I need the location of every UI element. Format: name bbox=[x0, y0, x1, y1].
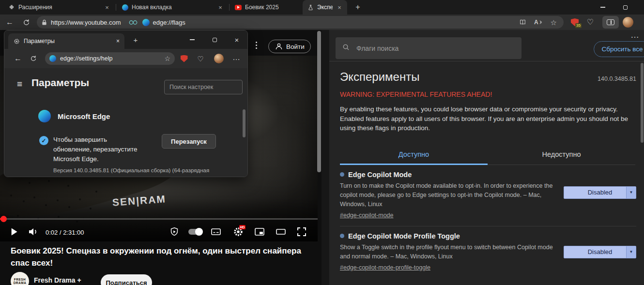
flags-tabs: Доступно Недоступно bbox=[340, 145, 635, 165]
flag-value-select[interactable]: Disabled ▼ bbox=[564, 186, 636, 199]
split-link-icon bbox=[129, 20, 138, 25]
back-button[interactable]: ← bbox=[3, 15, 16, 29]
person-icon bbox=[275, 42, 283, 51]
theater-mode-button[interactable] bbox=[274, 224, 288, 240]
immersive-reader-icon[interactable] bbox=[519, 19, 526, 26]
close-icon[interactable]: × bbox=[336, 4, 343, 11]
product-name: Microsoft Edge bbox=[58, 112, 110, 120]
profile-avatar[interactable] bbox=[213, 53, 225, 64]
url-secondary: edge://flags bbox=[153, 19, 185, 26]
tab-available[interactable]: Доступно bbox=[340, 145, 488, 165]
scrollbar-thumb[interactable] bbox=[243, 109, 245, 137]
read-aloud-icon[interactable]: A bbox=[534, 19, 543, 26]
edge-logo bbox=[38, 110, 51, 122]
shield-icon bbox=[181, 55, 188, 62]
maximize-button[interactable] bbox=[614, 0, 636, 15]
favorite-star-icon[interactable]: ☆ bbox=[551, 19, 557, 26]
ublock-icon[interactable] bbox=[178, 53, 190, 64]
progress-scrubber[interactable] bbox=[0, 216, 7, 222]
sponsorblock-shield-icon[interactable] bbox=[168, 224, 181, 240]
flag-value-select[interactable]: Disabled ▼ bbox=[564, 246, 636, 258]
minimize-button[interactable] bbox=[592, 0, 614, 15]
flag-value: Disabled bbox=[588, 189, 613, 196]
settings-gear-button[interactable]: HD bbox=[231, 224, 245, 240]
scrollbar-thumb[interactable] bbox=[641, 63, 644, 143]
subtitles-button[interactable] bbox=[209, 224, 223, 240]
youtube-icon bbox=[235, 4, 242, 11]
close-window-button[interactable]: × bbox=[636, 0, 644, 15]
refresh-button[interactable] bbox=[27, 52, 40, 65]
flags-search-box[interactable] bbox=[336, 37, 521, 59]
miniplayer-button[interactable] bbox=[253, 224, 266, 240]
progress-bar[interactable] bbox=[0, 218, 318, 220]
flag-description: Show a Toggle switch in the profile flyo… bbox=[340, 243, 563, 261]
channel-avatar[interactable]: FRESH DRAMA bbox=[11, 272, 29, 285]
more-options-icon[interactable] bbox=[256, 42, 257, 49]
tab-flags[interactable]: Экспериме × bbox=[303, 0, 347, 15]
settings-titlebar[interactable]: Параметры × + × bbox=[4, 30, 247, 49]
browser-essentials-icon[interactable]: ♡ bbox=[584, 16, 597, 28]
new-tab-button[interactable]: + bbox=[352, 2, 364, 13]
minimize-button[interactable] bbox=[181, 30, 203, 49]
split-view-divider[interactable] bbox=[322, 30, 329, 285]
address-bar[interactable]: https://www.youtube.com edge://flags A ☆ bbox=[37, 16, 564, 29]
chevron-down-icon: ▼ bbox=[626, 187, 636, 198]
url-primary: https://www.youtube.com bbox=[51, 19, 121, 26]
edge-icon bbox=[122, 4, 128, 11]
play-button[interactable] bbox=[7, 224, 20, 240]
tab-youtube[interactable]: Боевик 2025 bbox=[230, 0, 302, 15]
profile-avatar[interactable] bbox=[622, 16, 634, 28]
sign-in-label: Войти bbox=[286, 43, 305, 50]
browser-window: Расширения × Новая вкладка × Боевик 2025… bbox=[0, 0, 644, 285]
refresh-button[interactable] bbox=[19, 15, 33, 29]
pane-options-icon[interactable]: … bbox=[630, 30, 640, 40]
tab-label: Новая вкладка bbox=[132, 4, 214, 11]
tab-settings[interactable]: Параметры × bbox=[8, 33, 124, 49]
close-icon: × bbox=[235, 36, 239, 44]
warning-text: WARNING: EXPERIMENTAL FEATURES AHEAD! bbox=[340, 90, 636, 98]
version-line: Версия 140.0.3485.81 (Официальная сборка… bbox=[53, 167, 245, 173]
restart-button[interactable]: Перезапуск bbox=[162, 134, 216, 149]
favorite-star-icon[interactable]: ☆ bbox=[164, 55, 170, 62]
settings-window: Параметры × + × ← edge://settings/help ☆… bbox=[4, 30, 248, 177]
browser-essentials-icon[interactable]: ♡ bbox=[194, 53, 207, 64]
subscribe-button[interactable]: Подписаться bbox=[101, 274, 152, 285]
close-window-button[interactable]: × bbox=[226, 30, 248, 49]
flask-icon bbox=[307, 4, 314, 11]
reset-all-button[interactable]: Сбросить все bbox=[594, 41, 644, 57]
browser-toolbar: ← https://www.youtube.com edge://flags A… bbox=[0, 15, 644, 30]
close-icon[interactable]: × bbox=[217, 4, 224, 11]
address-bar[interactable]: edge://settings/help ☆ bbox=[45, 52, 175, 65]
volume-button[interactable] bbox=[26, 224, 40, 240]
flags-search-input[interactable] bbox=[355, 44, 515, 53]
scrollbar-thumb[interactable] bbox=[317, 31, 321, 172]
tab-extensions[interactable]: Расширения × bbox=[4, 0, 115, 15]
flag-anchor-link[interactable]: #edge-copilot-mode-profile-toggle bbox=[340, 264, 430, 271]
update-check-icon: ✓ bbox=[39, 136, 48, 145]
maximize-button[interactable] bbox=[203, 30, 226, 49]
url-text: edge://settings/help bbox=[60, 55, 112, 62]
close-icon[interactable]: × bbox=[116, 38, 120, 45]
split-screen-icon bbox=[607, 19, 614, 25]
sign-in-button[interactable]: Войти bbox=[268, 40, 311, 53]
more-options-icon[interactable]: … bbox=[230, 52, 243, 63]
video-frame bbox=[0, 56, 1, 57]
settings-search-input[interactable] bbox=[164, 80, 243, 94]
close-icon[interactable]: × bbox=[104, 4, 110, 11]
tab-unavailable[interactable]: Недоступно bbox=[488, 145, 635, 165]
tab-label: Расширения bbox=[18, 4, 100, 11]
fullscreen-button[interactable] bbox=[294, 224, 309, 240]
new-tab-button[interactable]: + bbox=[130, 34, 141, 45]
edge-icon bbox=[142, 19, 150, 26]
split-screen-button[interactable] bbox=[602, 16, 619, 29]
flag-anchor-link[interactable]: #edge-copilot-mode bbox=[340, 212, 394, 219]
back-button[interactable]: ← bbox=[11, 52, 25, 65]
tab-label: Параметры bbox=[24, 38, 55, 45]
ublock-icon[interactable]: 35 bbox=[568, 16, 581, 28]
autoplay-toggle[interactable] bbox=[187, 224, 203, 240]
minimize-icon bbox=[190, 39, 195, 40]
channel-name[interactable]: Fresh Drama + bbox=[34, 276, 81, 284]
tab-new-tab[interactable]: Новая вкладка × bbox=[117, 0, 228, 15]
menu-icon[interactable]: ≡ bbox=[17, 79, 22, 90]
flag-bullet-icon bbox=[340, 234, 344, 238]
